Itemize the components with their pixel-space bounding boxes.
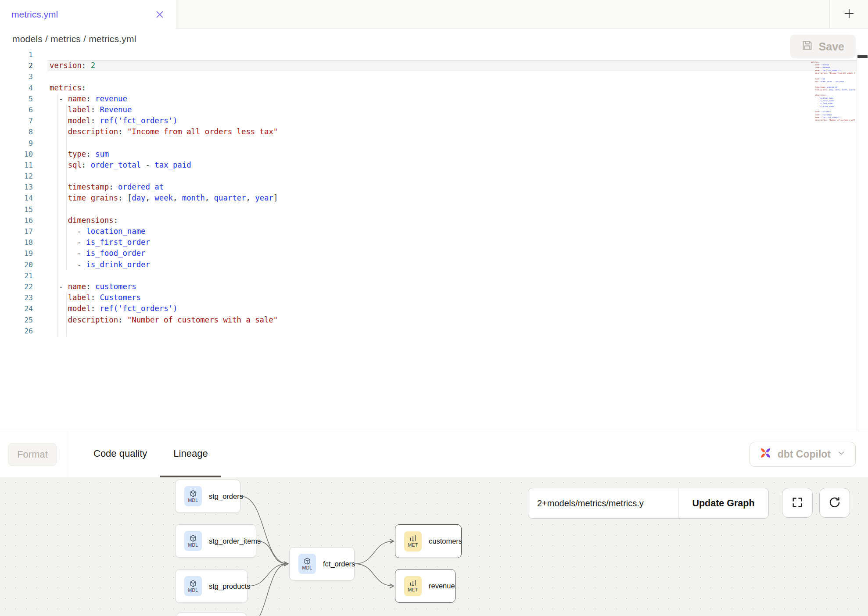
code-line-22[interactable]: 22 - name: customers xyxy=(0,281,868,292)
code-line-26[interactable]: 26 xyxy=(0,326,868,337)
code-line-3[interactable]: 3 xyxy=(0,71,868,82)
lineage-node-stg_order_items[interactable]: MDLstg_order_items xyxy=(175,524,256,558)
code-line-5[interactable]: 5 - name: revenue xyxy=(0,93,868,104)
code-text: timestamp: ordered_at xyxy=(50,182,164,193)
code-text: - name: customers xyxy=(50,281,136,292)
code-line-25[interactable]: 25 description: "Number of customers wit… xyxy=(0,315,868,326)
tab-label: metrics.yml xyxy=(11,9,58,20)
lineage-node-stg_orders[interactable]: MDLstg_orders xyxy=(175,480,240,513)
fullscreen-button[interactable] xyxy=(782,488,813,518)
current-line-highlight xyxy=(47,60,857,71)
code-line-21[interactable]: 21 xyxy=(0,270,868,281)
code-line-18[interactable]: 18 - is_first_order xyxy=(0,237,868,248)
node-type-label: MDL xyxy=(302,565,312,570)
code-line-8[interactable]: 8 description: "Income from all orders l… xyxy=(0,126,868,137)
line-number: 14 xyxy=(0,193,33,204)
code-lines: 12version: 234metrics:5 - name: revenue6… xyxy=(0,49,868,337)
refresh-button[interactable] xyxy=(819,488,850,518)
code-line-1[interactable]: 1 xyxy=(0,49,868,60)
editor-bottom-toolbar: Format Code quality Lineage dbt Copilot xyxy=(0,431,868,477)
line-number: 2 xyxy=(0,60,33,71)
lineage-node-fct_orders[interactable]: MDLfct_orders xyxy=(289,547,355,580)
lineage-canvas[interactable]: MDLstg_ordersMDLstg_order_itemsMDLstg_pr… xyxy=(0,477,868,616)
code-text: - name: revenue xyxy=(50,93,127,104)
indent-guide xyxy=(66,138,67,149)
code-editor[interactable]: 12version: 234metrics:5 - name: revenue6… xyxy=(0,49,868,431)
editor-scrollbar[interactable] xyxy=(857,49,868,431)
code-line-2[interactable]: 2version: 2 xyxy=(0,60,868,71)
code-text: description: "Income from all orders les… xyxy=(50,126,278,137)
node-label: stg_products xyxy=(209,582,250,591)
line-number: 23 xyxy=(0,292,33,303)
node-type-label: MDL xyxy=(188,587,198,593)
format-button[interactable]: Format xyxy=(8,443,57,466)
code-line-6[interactable]: 6 label: Revenue xyxy=(0,104,868,115)
lineage-node-partial[interactable]: MDL xyxy=(176,612,247,616)
code-line-16[interactable]: 16 dimensions: xyxy=(0,215,868,226)
code-line-10[interactable]: 10 type: sum xyxy=(0,149,868,160)
indent-guide xyxy=(66,326,67,337)
code-text: model: ref('fct_orders') xyxy=(50,115,177,126)
code-line-9[interactable]: 9 xyxy=(0,138,868,149)
code-line-4[interactable]: 4metrics: xyxy=(0,82,868,93)
scrollbar-cursor-mark xyxy=(857,55,868,58)
line-number: 6 xyxy=(0,104,33,115)
lineage-node-revenue[interactable]: METrevenue xyxy=(395,569,456,603)
ide-window: metrics.yml models / metrics / metrics.y… xyxy=(0,0,868,616)
code-line-24[interactable]: 24 model: ref('fct_orders') xyxy=(0,303,868,314)
dbt-copilot-icon xyxy=(760,447,771,462)
line-number: 7 xyxy=(0,115,33,126)
lineage-node-customers[interactable]: METcustomers xyxy=(395,524,462,558)
line-number: 4 xyxy=(0,82,33,93)
line-number: 19 xyxy=(0,248,33,259)
line-number: 20 xyxy=(0,259,33,270)
code-line-11[interactable]: 11 sql: order_total - tax_paid xyxy=(0,160,868,171)
code-line-13[interactable]: 13 timestamp: ordered_at xyxy=(0,182,868,193)
code-line-17[interactable]: 17 - location_name xyxy=(0,226,868,237)
line-number: 9 xyxy=(0,138,33,149)
code-line-12[interactable]: 12 xyxy=(0,171,868,182)
line-number: 8 xyxy=(0,126,33,137)
save-label: Save xyxy=(819,40,844,53)
code-text: - is_drink_order xyxy=(50,259,150,270)
code-line-14[interactable]: 14 time_grains: [day, week, month, quart… xyxy=(0,193,868,204)
close-tab-icon[interactable] xyxy=(155,10,165,19)
line-number: 22 xyxy=(0,281,33,292)
node-type-label: MDL xyxy=(188,542,198,548)
code-text: - is_food_order xyxy=(50,248,146,259)
code-line-15[interactable]: 15 xyxy=(0,204,868,215)
line-number: 25 xyxy=(0,315,33,326)
code-line-7[interactable]: 7 model: ref('fct_orders') xyxy=(0,115,868,126)
tab-lineage[interactable]: Lineage xyxy=(160,431,221,477)
code-line-19[interactable]: 19 - is_food_order xyxy=(0,248,868,259)
lineage-edge-fct_orders-to-customers xyxy=(355,541,394,564)
breadcrumb-bar: models / metrics / metrics.yml xyxy=(0,29,868,49)
tab-code-quality[interactable]: Code quality xyxy=(80,431,160,477)
tab-metrics-yml[interactable]: metrics.yml xyxy=(0,0,176,29)
code-line-20[interactable]: 20 - is_drink_order xyxy=(0,259,868,270)
lineage-edge-stg_order_items-to-fct_orders xyxy=(256,541,288,564)
node-type-label: MET xyxy=(408,587,418,592)
dbt-copilot-button[interactable]: dbt Copilot xyxy=(750,442,856,467)
node-type-label: MET xyxy=(408,542,418,548)
code-text: label: Customers xyxy=(50,292,141,303)
new-tab-button[interactable] xyxy=(829,0,868,29)
node-type-badge: MDL xyxy=(298,554,316,574)
line-number: 24 xyxy=(0,303,33,314)
lineage-edge-fct_orders-to-revenue xyxy=(355,564,394,586)
toolbar-divider xyxy=(67,431,67,477)
lineage-filter-input[interactable] xyxy=(528,488,678,518)
code-text: type: sum xyxy=(50,149,109,160)
lineage-node-stg_products[interactable]: MDLstg_products xyxy=(175,569,247,603)
metric-chart-icon xyxy=(409,535,416,542)
code-text: - is_first_order xyxy=(50,237,150,248)
update-graph-button[interactable]: Update Graph xyxy=(678,488,768,518)
code-line-23[interactable]: 23 label: Customers xyxy=(0,292,868,303)
code-text: description: "Number of customers with a… xyxy=(50,315,278,326)
save-button[interactable]: Save xyxy=(790,35,856,58)
line-number: 16 xyxy=(0,215,33,226)
minimap[interactable]: version: 2metrics: - name: revenue label… xyxy=(811,53,855,125)
breadcrumb: models / metrics / metrics.yml xyxy=(12,34,136,44)
line-number: 12 xyxy=(0,171,33,182)
line-number: 3 xyxy=(0,71,33,82)
